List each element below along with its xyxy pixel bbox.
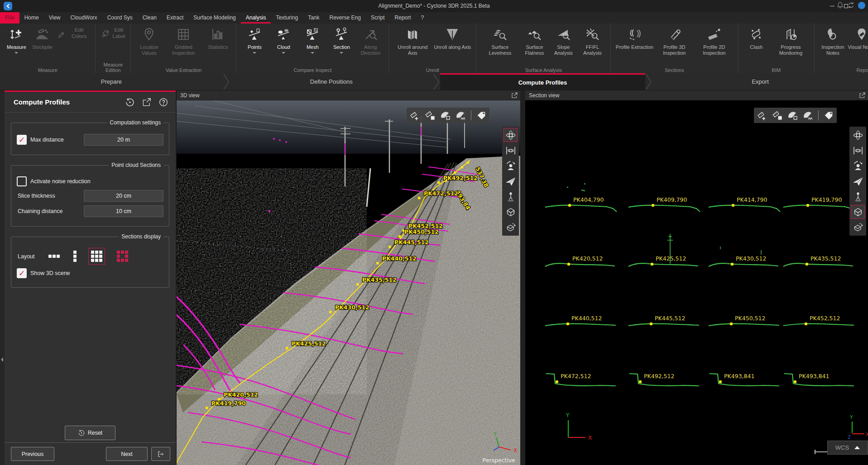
ribbon-button-section[interactable]: Section [327,25,356,54]
ribbon-button-progress-monitoring[interactable]: Progress Monitoring [771,25,810,56]
ribbon-button-clash[interactable]: Clash [742,25,771,50]
dropdown-chevron-icon[interactable] [253,52,256,54]
ribbon-button-slope-analysis[interactable]: Slope Analysis [549,25,578,56]
workflow-step-prepare[interactable]: Prepare [0,73,223,90]
max-distance-checkbox[interactable]: ✓ [17,135,27,145]
dropdown-chevron-icon[interactable] [14,52,18,54]
ribbon-button-edit-colors[interactable]: Edit Colors [55,25,91,40]
menu-item-extract[interactable]: Extract [162,12,188,24]
reset-button[interactable]: Reset [65,426,115,440]
menu-item-[interactable]: ? [416,12,429,24]
label-tag-icon[interactable] [476,110,487,121]
walk-mode-button[interactable] [851,190,865,204]
walk-mode-button[interactable] [504,190,518,204]
detach-panel-icon[interactable] [142,97,152,107]
menu-item-texturing[interactable]: Texturing [271,12,303,24]
section-box-button[interactable] [851,205,865,219]
history-icon[interactable] [125,97,135,107]
menu-item-home[interactable]: Home [19,12,44,24]
ribbon-button-profile-3d-inspection[interactable]: Profile 3D Inspection [654,25,694,56]
flip-view-button[interactable] [504,220,518,234]
workflow-step-export[interactable]: Export [652,73,868,90]
exit-workflow-button[interactable] [151,447,170,461]
panel-collapse-strip[interactable] [0,90,5,465]
workflow-step-define-positions[interactable]: Define Positions [230,73,433,90]
menu-item-analysis[interactable]: Analysis [241,12,271,24]
wcs-selector[interactable]: WCS [827,441,868,455]
expand-3d-view-icon[interactable] [511,92,518,99]
projection-label[interactable]: Perspective [483,457,516,464]
ribbon-button-localize-values[interactable]: Localize Values [134,25,163,56]
section-box-button[interactable] [504,205,518,219]
notifications-bell-icon[interactable] [836,1,844,9]
menu-item-reverse-eng[interactable]: Reverse Eng [325,12,366,24]
label-tag-icon[interactable] [823,110,834,121]
menu-item-view[interactable]: View [44,12,66,24]
measure-angle-icon[interactable] [787,110,798,121]
point-cloud-scene[interactable]: PK492,512537,38493,84PK472,512PK452,512P… [177,100,521,465]
layout-vertical-option[interactable] [72,249,78,264]
menu-item-cloudworx[interactable]: CloudWorx [65,12,102,24]
ribbon-button-mesh[interactable]: Mesh [298,25,327,54]
fly-mode-button[interactable] [504,174,518,188]
ribbon-button-edit-label[interactable]: Edit Label [99,25,127,40]
menu-item-report[interactable]: Report [390,12,416,24]
ribbon-button-ff-fl-analysis[interactable]: FF/FL Analysis [578,25,607,56]
orbit-mode-button[interactable] [851,128,865,142]
section-profiles-canvas[interactable]: PK404,790PK409,790PK414,790PK419,790PK42… [525,100,868,465]
show-3d-scene-checkbox[interactable]: ✓ [17,268,27,278]
measure-angle-icon[interactable] [440,110,451,121]
ribbon-button-profile-extraction[interactable]: Profile Extraction [614,25,654,50]
measure-between-icon[interactable] [425,110,436,121]
measure-distance-icon[interactable] [757,110,767,121]
flip-view-button[interactable] [851,220,865,234]
ribbon-button-statistics[interactable]: Statistics [203,25,232,50]
ribbon-button-along-direction[interactable]: Along Direction [356,25,385,56]
viewport-splitter[interactable] [520,90,525,465]
ribbon-button-inspection-notes[interactable]: Inspection Notes [818,25,847,56]
chaining-distance-input[interactable] [84,205,163,217]
ribbon-button-profile-2d-inspection[interactable]: Profile 2D Inspection [694,25,734,56]
ribbon-button-points[interactable]: Points [240,25,269,54]
measure-angle-curve-icon[interactable] [803,110,814,121]
dropdown-chevron-icon[interactable] [340,52,343,54]
examine-mode-button[interactable] [851,159,865,173]
dropdown-chevron-icon[interactable] [311,52,314,54]
slice-thickness-input[interactable] [84,190,163,202]
menu-item-coord-sys[interactable]: Coord Sys [102,12,138,24]
measure-between-icon[interactable] [772,110,783,121]
ribbon-button-stockpile[interactable]: Stockpile [29,25,55,50]
examine-mode-button[interactable] [504,159,518,173]
measure-angle-curve-icon[interactable] [456,110,466,121]
ribbon-button-cloud[interactable]: Cloud [269,25,298,54]
dropdown-chevron-icon[interactable] [282,52,285,54]
expand-section-view-icon[interactable] [858,92,866,99]
ribbon-button-surface-levelness[interactable]: Surface Levelness [480,25,520,56]
ribbon-button-measure[interactable]: Measure [4,25,29,54]
ribbon-button-visual-notes[interactable]: Visual Notes [847,25,868,50]
help-icon[interactable] [158,97,168,107]
layout-along-curve-option[interactable] [115,249,130,264]
menu-item-file[interactable]: File [0,12,19,24]
layout-horizontal-option[interactable] [47,253,62,260]
menu-item-script[interactable]: Script [366,12,390,24]
layout-grid-option[interactable] [88,248,105,265]
account-icon[interactable] [858,2,865,9]
orbit-mode-button[interactable] [504,128,518,142]
constrained-orbit-button[interactable] [851,143,865,157]
previous-button[interactable]: Previous [11,447,54,461]
ribbon-button-surface-flatness[interactable]: Surface Flatness [520,25,549,56]
next-button[interactable]: Next [106,447,148,461]
noise-reduction-checkbox[interactable] [17,176,27,186]
menu-item-surface-modeling[interactable]: Surface Modeling [188,12,240,24]
ribbon-button-unroll-along-axis[interactable]: Unroll along Axis [432,25,472,50]
workflow-step-compute-profiles[interactable]: Compute Profiles [440,73,645,90]
ribbon-button-unroll-around-axis[interactable]: Unroll around Axis [393,25,432,56]
sync-icon[interactable] [847,1,855,9]
constrained-orbit-button[interactable] [504,143,518,157]
ribbon-button-gridded-inspection[interactable]: Gridded Inspection [163,25,203,56]
menu-item-tank[interactable]: Tank [303,12,324,24]
fly-mode-button[interactable] [851,174,865,188]
max-distance-input[interactable] [84,134,163,146]
measure-distance-icon[interactable] [409,110,420,121]
